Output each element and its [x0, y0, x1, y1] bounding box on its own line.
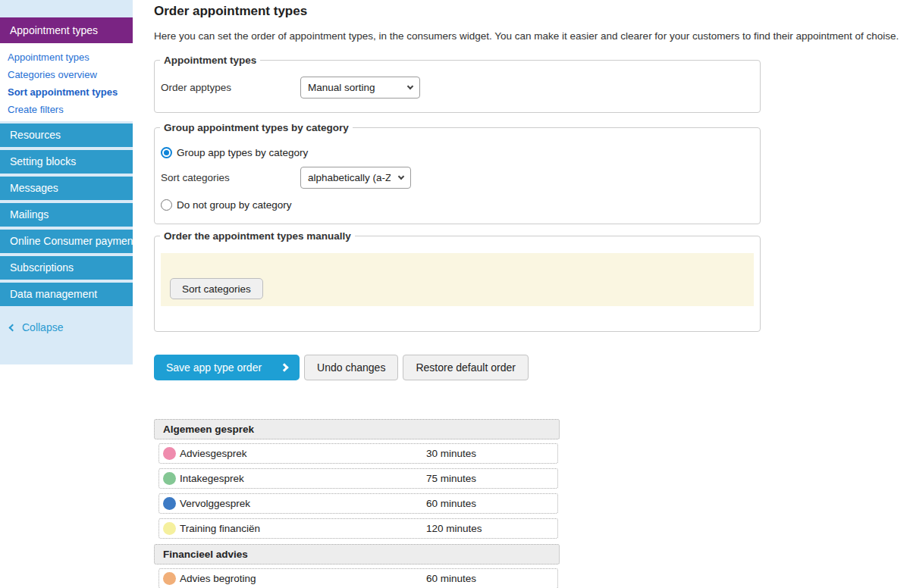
order-apptypes-select[interactable]: Manual sorting	[300, 77, 420, 99]
sidebar-item-mailings[interactable]: Mailings	[0, 203, 133, 227]
group-by-category-radio-label: Group app types by category	[177, 147, 308, 158]
sidebar-item-setting-blocks[interactable]: Setting blocks	[0, 150, 133, 174]
sidebar-link-categories-overview[interactable]: Categories overview	[8, 66, 133, 83]
order-apptypes-select-wrap: Manual sorting	[300, 77, 420, 99]
page-description: Here you can set the order of appointmen…	[154, 30, 910, 42]
sidebar-item-resources[interactable]: Resources	[0, 124, 133, 147]
radio-selected-icon[interactable]	[161, 147, 172, 158]
category-header[interactable]: Financieel advies	[154, 544, 560, 565]
save-app-type-order-button[interactable]: Save app type order	[154, 355, 300, 380]
category-items: Adviesgesprek 30 minutes Intakegesprek 7…	[158, 443, 558, 539]
undo-changes-button[interactable]: Undo changes	[304, 355, 398, 380]
manual-order-panel: Sort categories	[161, 253, 754, 306]
appointment-type-row[interactable]: Advies begroting 60 minutes	[158, 568, 558, 588]
actions-bar: Save app type order Undo changes Restore…	[154, 355, 910, 380]
appointment-type-row[interactable]: Adviesgesprek 30 minutes	[158, 443, 558, 464]
fieldset-manual-order-legend: Order the appointment types manually	[160, 230, 355, 242]
sidebar-collapse-button[interactable]: Collapse	[0, 309, 133, 333]
sidebar-item-data-management[interactable]: Data management	[0, 283, 133, 306]
appointment-type-duration: 60 minutes	[426, 573, 476, 584]
sidebar-link-create-filters[interactable]: Create filters	[8, 101, 133, 118]
appointment-type-duration: 60 minutes	[426, 498, 476, 509]
no-group-radio-label: Do not group by category	[177, 199, 292, 211]
sidebar-link-sort-appointment-types[interactable]: Sort appointment types	[8, 83, 133, 101]
group-by-category-radio[interactable]: Group app types by category	[161, 147, 754, 158]
color-dot-icon	[163, 497, 176, 510]
sort-categories-select-wrap: alphabetically (a-Z)	[300, 167, 411, 189]
appointment-type-label: Vervolggesprek	[180, 498, 426, 509]
category-items: Advies begroting 60 minutes	[158, 568, 558, 588]
appointment-type-label: Advies begroting	[180, 573, 426, 584]
appointment-type-row[interactable]: Training financiën 120 minutes	[158, 518, 558, 539]
sort-categories-label: Sort categories	[161, 172, 300, 183]
sidebar-item-messages[interactable]: Messages	[0, 177, 133, 200]
fieldset-appointment-types: Appointment types Order apptypes Manual …	[154, 55, 761, 113]
collapse-label: Collapse	[22, 321, 63, 333]
appointment-type-duration: 120 minutes	[426, 523, 482, 534]
appointment-type-duration: 75 minutes	[426, 473, 476, 484]
color-dot-icon	[163, 572, 176, 585]
save-button-label: Save app type order	[166, 361, 262, 374]
fieldset-manual-order: Order the appointment types manually Sor…	[154, 230, 761, 332]
radio-unselected-icon[interactable]	[161, 199, 172, 211]
appointment-type-row[interactable]: Intakegesprek 75 minutes	[158, 468, 558, 489]
sort-categories-button[interactable]: Sort categories	[170, 278, 263, 299]
appointment-type-label: Intakegesprek	[180, 473, 426, 484]
appointment-type-duration: 30 minutes	[426, 448, 476, 459]
sidebar-link-appointment-types[interactable]: Appointment types	[8, 48, 133, 66]
fieldset-grouping-legend: Group appointment types by category	[160, 122, 353, 133]
color-dot-icon	[163, 447, 176, 460]
order-apptypes-label: Order apptypes	[161, 82, 300, 93]
appointment-type-label: Training financiën	[180, 523, 426, 534]
sidebar-section-appointment-types[interactable]: Appointment types	[0, 17, 133, 43]
fieldset-appointment-types-legend: Appointment types	[160, 55, 260, 66]
chevron-left-icon	[9, 324, 17, 331]
main-content: Order appointment types Here you can set…	[133, 0, 910, 588]
appointment-type-sort-list: Algemeen gesprek Adviesgesprek 30 minute…	[154, 419, 560, 588]
sidebar-menu: Resources Setting blocks Messages Mailin…	[0, 124, 133, 306]
restore-default-order-button[interactable]: Restore default order	[403, 355, 529, 380]
appointment-type-label: Adviesgesprek	[180, 448, 426, 459]
no-group-radio[interactable]: Do not group by category	[161, 199, 754, 211]
chevron-right-icon	[280, 363, 288, 371]
page-title: Order appointment types	[154, 4, 910, 19]
sidebar-section-label: Appointment types	[10, 24, 98, 36]
category-header[interactable]: Algemeen gesprek	[154, 419, 560, 439]
sidebar-sublinks: Appointment types Categories overview So…	[0, 43, 133, 121]
appointment-type-row[interactable]: Vervolggesprek 60 minutes	[158, 493, 558, 514]
sidebar-item-online-consumer-payments[interactable]: Online Consumer payments	[0, 230, 133, 253]
color-dot-icon	[163, 472, 176, 485]
sort-categories-select[interactable]: alphabetically (a-Z)	[300, 167, 411, 189]
sidebar-item-subscriptions[interactable]: Subscriptions	[0, 256, 133, 280]
color-dot-icon	[163, 522, 176, 535]
fieldset-grouping: Group appointment types by category Grou…	[154, 122, 761, 224]
sidebar: Appointment types Appointment types Cate…	[0, 0, 133, 364]
